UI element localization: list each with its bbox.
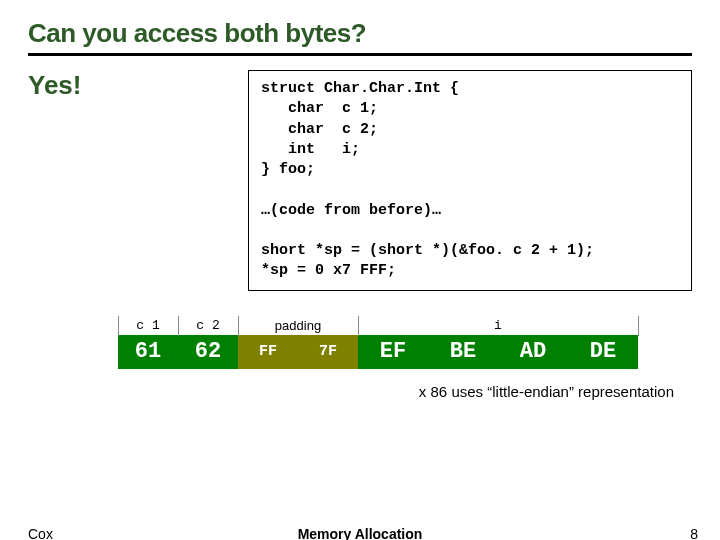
byte-2: FF bbox=[238, 335, 298, 369]
byte-7: DE bbox=[568, 335, 638, 369]
byte-3-new: 7F bbox=[319, 343, 337, 360]
code-box: struct Char.Char.Int { char c 1; char c … bbox=[248, 70, 692, 291]
page-title: Can you access both bytes? bbox=[28, 18, 692, 49]
label-c2: c 2 bbox=[178, 317, 238, 333]
label-c1: c 1 bbox=[118, 317, 178, 333]
byte-0: 61 bbox=[118, 335, 178, 369]
byte-2-new: FF bbox=[259, 343, 277, 360]
footer-center: Memory Allocation bbox=[0, 526, 720, 540]
byte-4: EF bbox=[358, 335, 428, 369]
footer-page: 8 bbox=[690, 526, 698, 540]
memory-diagram: c 1 c 2 padding i 61 62 FF 7F EF BE AD D… bbox=[118, 317, 678, 400]
byte-1: 62 bbox=[178, 335, 238, 369]
endian-note: x 86 uses “little-endian” representation bbox=[118, 383, 678, 400]
label-padding: padding bbox=[238, 317, 358, 333]
answer-yes: Yes! bbox=[28, 70, 248, 101]
label-i: i bbox=[358, 317, 638, 333]
byte-6: AD bbox=[498, 335, 568, 369]
byte-5: BE bbox=[428, 335, 498, 369]
byte-3: 7F bbox=[298, 335, 358, 369]
title-rule bbox=[28, 53, 692, 56]
